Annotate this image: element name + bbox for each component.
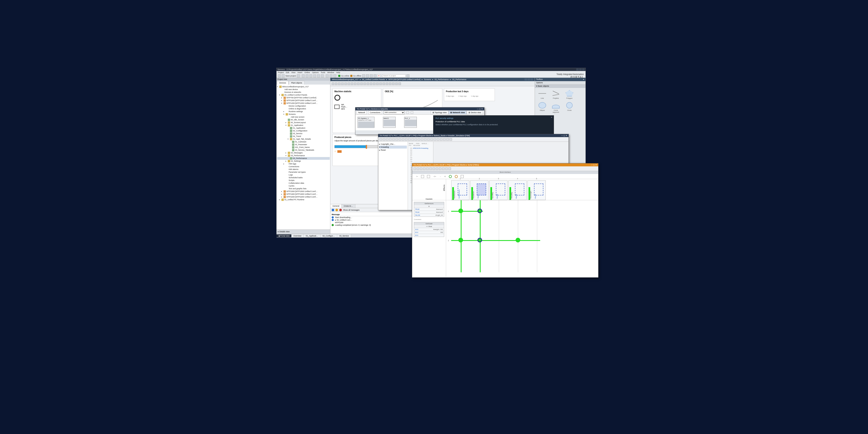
device-pc-system[interactable]: PC-System_1 SIMATIC PC Stat… xyxy=(358,117,374,128)
close-icon[interactable] xyxy=(582,68,585,70)
et-icon[interactable] xyxy=(386,83,388,85)
tree-item[interactable]: ▾00_Unified Comfort Panels xyxy=(277,94,330,96)
device-wincc[interactable]: WinCC xyxy=(383,117,396,128)
portal-view-button[interactable]: ◀ Portal view xyxy=(277,235,291,237)
et-icon[interactable] xyxy=(395,83,398,85)
tree-item[interactable]: ▸MTP1000 [MTP1000 Unified Comf… xyxy=(277,99,330,102)
bc-1[interactable]: 00_Unified Comfort Panels xyxy=(362,79,385,81)
search-icon[interactable] xyxy=(406,74,409,78)
et-icon[interactable] xyxy=(357,83,360,85)
nav-item[interactable]: ▸ Reset xyxy=(379,149,407,152)
w3-icon[interactable] xyxy=(446,138,449,141)
w3-icon[interactable] xyxy=(427,138,430,141)
cause-getscale[interactable]: GetScale <= Real 16.8#weight / IN1 20.0I… xyxy=(414,222,444,237)
editor-min-icon[interactable] xyxy=(525,79,527,81)
win2-tb-icon[interactable] xyxy=(411,111,413,114)
bc-4[interactable]: 03_Performance xyxy=(435,79,449,81)
target-slider[interactable] xyxy=(334,145,379,148)
tree-item[interactable]: Device configuration xyxy=(277,105,330,107)
lad-contact-icon[interactable] xyxy=(421,175,424,178)
bc-0[interactable]: WinccUnifiedDemoproject_V17 xyxy=(332,79,359,81)
w4-icon[interactable] xyxy=(445,167,448,170)
cem-node[interactable] xyxy=(516,238,520,242)
go-offline-icon[interactable] xyxy=(350,75,352,77)
sb-tab-01app[interactable]: 01_Applicati… xyxy=(304,235,320,237)
et-icon[interactable] xyxy=(382,83,385,85)
tree-item[interactable]: 03_Performance xyxy=(277,157,330,160)
tree-item[interactable]: ▸MTP1900 [MTP1900 Unified Comf… xyxy=(277,193,330,195)
delete-icon[interactable] xyxy=(321,74,324,78)
w3-icon[interactable] xyxy=(399,138,401,141)
paste-icon[interactable] xyxy=(309,74,312,78)
cem-node[interactable] xyxy=(477,238,482,242)
et-icon[interactable] xyxy=(338,83,341,85)
tree-item[interactable]: ▾01_Application xyxy=(277,124,330,127)
go-online-icon[interactable] xyxy=(338,75,340,77)
tree-item[interactable]: ▾MTP1200 [MTP1200 Unified Comf… xyxy=(277,102,330,105)
tree-item[interactable]: Logs xyxy=(277,174,330,176)
tree-item[interactable]: ▾WinccUnifiedDemoproject_V17 xyxy=(277,85,330,88)
tree-item[interactable]: ▾03_Performance xyxy=(277,154,330,157)
tree-item[interactable]: ▸MTP1500 [MTP1500 Unified Comf… xyxy=(277,190,330,193)
w3-icon[interactable] xyxy=(396,138,398,141)
code-nav[interactable]: ▸ Copyright_Che… ▾ Kneading ▸ Reset xyxy=(378,142,408,210)
stop-icon[interactable]: ✕ xyxy=(377,74,380,78)
et-icon[interactable] xyxy=(341,83,344,85)
tree-item[interactable]: Add new screen xyxy=(277,116,330,119)
slider-handle[interactable] xyxy=(366,145,367,149)
open-icon[interactable] xyxy=(282,74,285,78)
nav-item[interactable]: ▾ Kneading xyxy=(379,146,407,149)
tb-icon-b[interactable] xyxy=(366,74,369,78)
tree-item[interactable]: Connections xyxy=(277,165,330,168)
w3-icon[interactable] xyxy=(421,138,424,141)
cem-node[interactable] xyxy=(458,209,463,213)
editor-close-icon[interactable] xyxy=(530,79,533,81)
tb-icon-d[interactable] xyxy=(374,74,377,78)
tree-item[interactable]: 01_Application xyxy=(277,127,330,129)
secpanel-close-icon[interactable]: ✕ xyxy=(551,116,553,119)
sb-tab-03svc[interactable]: 03_Service xyxy=(337,235,351,237)
sb-tab-02cfg[interactable]: 02_Configur… xyxy=(320,235,337,237)
tree-item[interactable]: Scheduled tasks xyxy=(277,176,330,179)
minimize-icon[interactable] xyxy=(576,68,579,70)
shape-polyline[interactable]: Polyline xyxy=(551,90,561,99)
menu-edit[interactable]: Edit xyxy=(286,71,289,73)
menu-window[interactable]: Window xyxy=(327,71,334,73)
w4-icon[interactable] xyxy=(413,167,416,170)
w3-icon[interactable] xyxy=(434,138,436,141)
tree-item[interactable]: 03_Service xyxy=(277,132,330,135)
w3-icon[interactable] xyxy=(411,138,414,141)
info-icon[interactable] xyxy=(332,209,334,211)
et-icon[interactable] xyxy=(332,83,334,85)
cem-grid[interactable]: 1 2 xyxy=(451,200,598,272)
menu-options[interactable]: Options xyxy=(312,71,318,73)
et-icon[interactable] xyxy=(373,83,375,85)
w4-icon[interactable] xyxy=(420,167,422,170)
w4-icon[interactable] xyxy=(426,167,429,170)
menu-tools[interactable]: Tools xyxy=(321,71,325,73)
redo-icon[interactable] xyxy=(317,74,320,78)
w3-icon[interactable] xyxy=(437,138,439,141)
lad-contact-icon[interactable] xyxy=(427,175,430,178)
effect-box[interactable]: 2#isolateSor…TRUE xyxy=(470,180,489,200)
block-interface-bar[interactable]: Block interface xyxy=(412,171,598,174)
tree-item[interactable]: Scripts xyxy=(277,179,330,182)
w3-icon[interactable] xyxy=(424,138,427,141)
save-project-button[interactable]: Save project xyxy=(285,75,296,77)
w3-icon[interactable] xyxy=(379,138,382,141)
effect-box[interactable]: 5#convergeri…FALSE xyxy=(527,180,546,200)
shape-circle[interactable]: Circle xyxy=(564,102,575,113)
w3-icon[interactable] xyxy=(386,138,389,141)
w3-icon[interactable] xyxy=(430,138,433,141)
tb-icon-c[interactable] xyxy=(370,74,373,78)
et-icon[interactable] xyxy=(347,83,350,85)
cut-icon[interactable] xyxy=(302,74,305,78)
nav-item[interactable]: ▸ Copyright_Che… xyxy=(379,143,407,146)
connection-type-select[interactable]: HMI connection xyxy=(383,111,405,114)
tree-item[interactable]: 021_Point_Name xyxy=(277,146,330,149)
go-offline-button[interactable]: Go offline xyxy=(353,75,361,77)
shape-line[interactable]: Line xyxy=(537,90,548,99)
tree-item[interactable]: 00_Idle_Screen xyxy=(277,119,330,121)
cem-node[interactable] xyxy=(477,209,482,213)
search-input[interactable] xyxy=(382,74,406,78)
